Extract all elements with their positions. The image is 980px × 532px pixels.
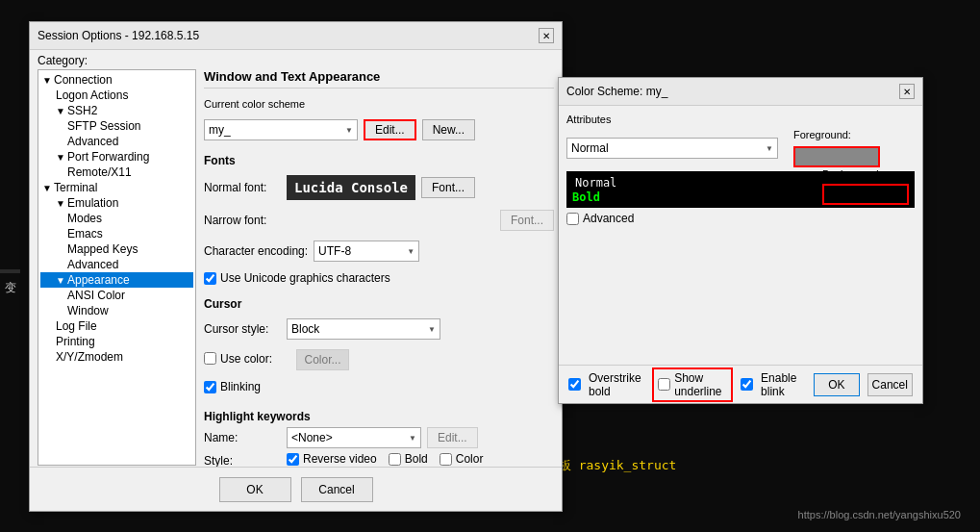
color-dialog-title: Color Scheme: my_ <box>566 85 667 98</box>
session-dialog-footer: OK Cancel <box>30 467 562 511</box>
color-style-checkbox[interactable] <box>440 453 452 466</box>
overstrike-bold-label: Overstrike bold <box>589 371 644 398</box>
char-encoding-combo[interactable]: UTF-8 ▼ <box>314 241 419 262</box>
color-dialog-close-btn[interactable]: ✕ <box>899 84 915 99</box>
session-dialog-close-btn[interactable]: ✕ <box>539 28 554 43</box>
tree-item-modes[interactable]: Modes <box>40 211 193 226</box>
char-encoding-label: Character encoding: <box>204 244 308 258</box>
tree-item-port-forwarding[interactable]: ▼Port Forwarding <box>40 149 193 165</box>
blinking-checkbox[interactable] <box>204 381 216 393</box>
normal-font-display: Lucida Console <box>287 175 415 200</box>
unicode-checkbox[interactable] <box>204 272 216 285</box>
bold-checkbox[interactable] <box>389 453 401 466</box>
blinking-label: Blinking <box>220 380 261 393</box>
color-btn[interactable]: Color... <box>296 349 349 370</box>
session-ok-btn[interactable]: OK <box>219 477 291 502</box>
color-scheme-dialog: Color Scheme: my_ ✕ Attributes Normal ▼ … <box>558 77 923 404</box>
tree-item-ansi-color[interactable]: ANSI Color <box>40 288 193 303</box>
overstrike-bold-checkbox[interactable] <box>568 378 581 391</box>
narrow-font-btn[interactable]: Font... <box>500 210 554 231</box>
category-tree: ▼Connection Logon Actions ▼SSH2 SFTP Ses… <box>38 69 196 466</box>
enable-blink-label: Enable blink <box>761 371 806 398</box>
normal-font-btn[interactable]: Font... <box>421 177 475 198</box>
cursor-style-label: Cursor style: <box>204 322 281 336</box>
reverse-video-label: Reverse video <box>303 452 377 466</box>
show-underline-label: Show underline <box>674 371 727 398</box>
tree-item-log-file[interactable]: Log File <box>40 318 193 334</box>
unicode-label: Use Unicode graphics characters <box>220 271 390 285</box>
highlight-name-combo[interactable]: <None> ▼ <box>287 427 421 448</box>
tree-item-advanced-ssh[interactable]: Advanced <box>40 134 193 149</box>
color-dialog-footer: Overstrike bold Show underline Enable bl… <box>559 365 922 403</box>
combo-arrow-icon: ▼ <box>345 126 353 135</box>
highlight-separator: Highlight keywords <box>204 410 554 423</box>
fonts-separator: Fonts <box>204 154 554 167</box>
new-color-scheme-btn[interactable]: New... <box>422 119 475 140</box>
session-options-dialog: Session Options - 192.168.5.15 ✕ Categor… <box>29 21 563 512</box>
use-color-label: Use color: <box>220 352 272 366</box>
attr-combo-arrow-icon: ▼ <box>766 144 773 153</box>
panel-title: Window and Text Appearance <box>204 69 554 89</box>
preview-normal-text: Normal <box>572 175 619 190</box>
tree-item-remote-x11[interactable]: Remote/X11 <box>40 165 193 180</box>
preview-bold-text: Bold <box>572 190 600 204</box>
tree-item-mapped-keys[interactable]: Mapped Keys <box>40 241 193 257</box>
category-label: Category: <box>30 50 562 69</box>
enable-blink-checkbox[interactable] <box>741 378 753 391</box>
session-cancel-btn[interactable]: Cancel <box>301 477 373 502</box>
tree-item-sftp-session[interactable]: SFTP Session <box>40 118 193 134</box>
background-label: Background: <box>822 168 909 180</box>
normal-font-label: Normal font: <box>204 181 281 194</box>
session-dialog-title: Session Options - 192.168.5.15 <box>38 29 199 42</box>
right-panel: Window and Text Appearance Current color… <box>204 69 554 466</box>
bold-label: Bold <box>405 452 428 466</box>
tree-item-ssh2[interactable]: ▼SSH2 <box>40 103 193 118</box>
attributes-label: Attributes <box>566 114 915 125</box>
tree-item-emulation[interactable]: ▼Emulation <box>40 195 193 211</box>
side-char: 变 <box>0 269 20 273</box>
color-ok-btn[interactable]: OK <box>814 373 859 396</box>
style-label: Style: <box>204 454 281 468</box>
advanced-checkbox[interactable] <box>566 213 579 225</box>
color-cancel-btn[interactable]: Cancel <box>867 373 913 396</box>
tree-item-printing[interactable]: Printing <box>40 334 193 349</box>
narrow-font-label: Narrow font: <box>204 214 281 227</box>
tree-item-emacs[interactable]: Emacs <box>40 226 193 241</box>
advanced-label: Advanced <box>583 212 634 225</box>
reverse-video-checkbox[interactable] <box>287 453 299 466</box>
tree-item-terminal[interactable]: ▼Terminal <box>40 180 193 195</box>
cursor-style-combo[interactable]: Block ▼ <box>287 318 440 340</box>
edit-color-scheme-btn[interactable]: Edit... <box>364 119 416 140</box>
tree-item-x-y-zmodem[interactable]: X/Y/Zmodem <box>40 349 193 365</box>
attr-combo[interactable]: Normal ▼ <box>566 138 778 159</box>
use-color-checkbox[interactable] <box>204 352 216 365</box>
tree-item-advanced-term[interactable]: Advanced <box>40 257 193 272</box>
tree-item-appearance[interactable]: ▼Appearance <box>40 272 193 288</box>
cursor-separator: Cursor <box>204 297 554 311</box>
show-underline-checkbox[interactable] <box>658 378 670 391</box>
color-dialog-titlebar: Color Scheme: my_ ✕ <box>559 78 922 106</box>
tree-item-window[interactable]: Window <box>40 303 193 318</box>
blog-url: https://blog.csdn.net/yangshixu520 <box>798 509 961 520</box>
session-dialog-titlebar: Session Options - 192.168.5.15 ✕ <box>30 22 562 50</box>
foreground-label: Foreground: <box>793 129 880 140</box>
combo-arrow3-icon: ▼ <box>428 325 436 334</box>
combo-arrow2-icon: ▼ <box>407 247 415 256</box>
color-dialog-content: Attributes Normal ▼ Foreground: Normal B… <box>559 106 922 233</box>
color-scheme-combo[interactable]: my_ ▼ <box>204 119 358 140</box>
tree-item-logon-actions[interactable]: Logon Actions <box>40 88 193 103</box>
color-style-label: Color <box>456 452 484 466</box>
color-scheme-label: Current color scheme <box>204 98 554 110</box>
advanced-row: Advanced <box>566 212 915 225</box>
combo-arrow4-icon: ▼ <box>409 434 416 443</box>
highlight-edit-btn[interactable]: Edit... <box>427 427 478 448</box>
highlight-name-label: Name: <box>204 431 281 444</box>
foreground-swatch[interactable] <box>793 146 880 167</box>
background-swatch[interactable] <box>822 184 909 205</box>
tree-item-connection[interactable]: ▼Connection <box>40 72 193 88</box>
